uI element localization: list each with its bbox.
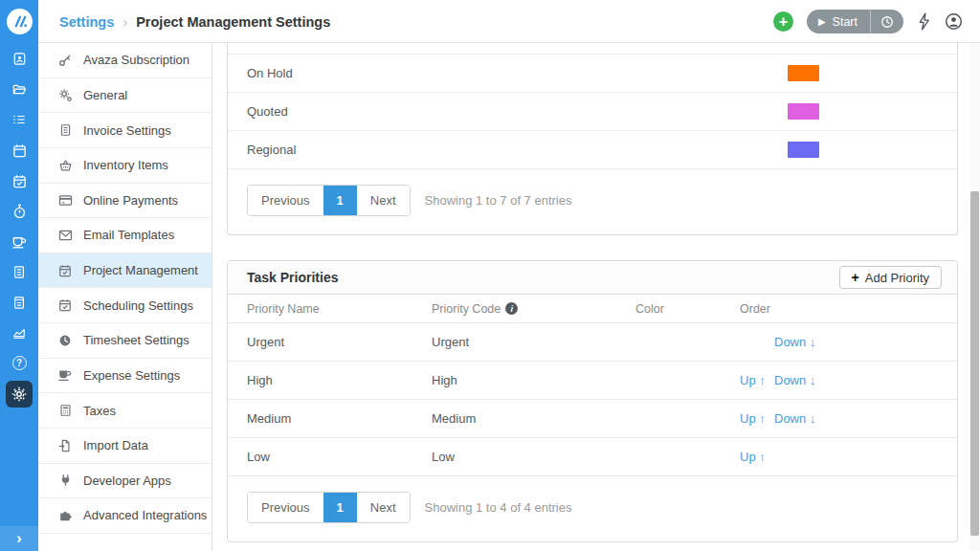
column-order: Order — [740, 302, 770, 316]
previous-page-button[interactable]: Previous — [248, 493, 323, 522]
next-page-button[interactable]: Next — [357, 186, 410, 215]
move-down-link[interactable]: Down ↓ — [774, 411, 815, 426]
sidebar-item-developer-apps[interactable]: Developer Apps — [38, 464, 212, 499]
task-priorities-panel: Task Priorities + Add Priority Priority … — [227, 260, 958, 542]
key-icon — [57, 54, 73, 67]
rail-tasks-button[interactable] — [0, 105, 38, 136]
plug-icon — [57, 474, 73, 487]
status-name: On Hold — [247, 66, 293, 80]
rail-reports-button[interactable] — [0, 318, 38, 348]
move-up-link[interactable]: Up ↑ — [740, 373, 774, 387]
sidebar-item-advanced-integrations[interactable]: Advanced Integrations — [38, 498, 212, 534]
sidebar-item-online-payments[interactable]: Online Payments — [38, 184, 212, 219]
page-number-button[interactable]: 1 — [323, 186, 357, 215]
play-icon: ▶ — [818, 17, 826, 27]
sidebar-item-invoice-settings[interactable]: Invoice Settings — [38, 113, 212, 148]
area-chart-icon — [11, 326, 27, 340]
contacts-icon — [12, 52, 27, 66]
move-up-link[interactable]: Up ↑ — [740, 411, 774, 426]
rail-expenses-button[interactable] — [0, 227, 38, 257]
sidebar-item-general[interactable]: General — [38, 78, 212, 114]
sidebar-item-timesheet-settings[interactable]: Timesheet Settings — [38, 323, 212, 359]
ledger-icon — [12, 296, 26, 310]
priority-name: High — [247, 373, 432, 387]
sidebar-item-expense-settings[interactable]: Expense Settings — [38, 359, 212, 394]
rail-estimates-button[interactable] — [0, 287, 38, 318]
sidebar-item-email-templates[interactable]: Email Templates — [38, 218, 212, 253]
page-number-button[interactable]: 1 — [323, 493, 357, 522]
sidebar-item-label: Inventory Items — [83, 158, 168, 172]
move-down-link[interactable]: Down ↓ — [774, 373, 815, 387]
rail-settings-button[interactable] — [0, 379, 38, 409]
user-menu-button[interactable] — [945, 12, 963, 31]
status-name: Quoted — [247, 104, 288, 119]
app-logo[interactable] — [0, 0, 38, 43]
move-down-link[interactable]: Down ↓ — [774, 335, 815, 349]
vertical-scrollbar[interactable] — [969, 43, 980, 551]
sidebar-item-inventory-items[interactable]: Inventory Items — [38, 148, 212, 184]
calendar-check-icon — [57, 264, 73, 277]
calendar-check-icon — [12, 174, 27, 188]
sidebar-item-taxes[interactable]: Taxes — [38, 393, 212, 429]
add-priority-button[interactable]: + Add Priority — [839, 266, 942, 289]
timer-clock-button[interactable] — [871, 15, 903, 29]
previous-page-button[interactable]: Previous — [248, 186, 323, 215]
app-window: Settings › Project Management Settings +… — [0, 0, 980, 551]
folder-open-icon — [11, 82, 27, 97]
sidebar-item-scheduling-settings[interactable]: Scheduling Settings — [38, 288, 212, 323]
column-priority-code: Priority Code — [432, 302, 501, 316]
gear-icon — [11, 386, 27, 402]
status-color-swatch[interactable] — [788, 103, 819, 120]
statuses-pagination: Previous 1 Next Showing 1 to 7 of 7 entr… — [228, 169, 957, 234]
breadcrumb-settings-link[interactable]: Settings — [59, 14, 114, 30]
status-color-swatch[interactable] — [788, 65, 819, 81]
sidebar-expand-button[interactable]: › — [0, 526, 38, 551]
rail-contacts-button[interactable] — [0, 44, 38, 75]
sidebar-item-label: General — [83, 88, 127, 102]
activity-bolt-button[interactable] — [917, 12, 931, 31]
breadcrumb: Settings › Project Management Settings — [59, 0, 330, 43]
column-priority-name: Priority Name — [247, 302, 320, 316]
plus-icon: + — [852, 271, 859, 284]
sidebar-item-project-management[interactable]: Project Management — [38, 253, 212, 289]
scrollbar-thumb[interactable] — [970, 191, 979, 536]
pagination-summary: Showing 1 to 4 of 4 entries — [425, 500, 572, 515]
sidebar-item-import-data[interactable]: Import Data — [38, 429, 212, 464]
mug-icon — [11, 234, 28, 249]
sidebar-item-avaza-subscription[interactable]: Avaza Subscription — [38, 43, 212, 78]
cutoff-table-row — [228, 43, 957, 55]
start-label: Start — [833, 15, 858, 29]
priorities-pagination: Previous 1 Next Showing 1 to 4 of 4 entr… — [228, 476, 957, 541]
cogs-icon — [57, 88, 73, 102]
rail-schedule-button[interactable] — [0, 165, 38, 196]
start-timer-button[interactable]: ▶ Start — [807, 15, 870, 29]
clock-icon — [57, 334, 73, 347]
basket-icon — [57, 159, 73, 172]
next-page-button[interactable]: Next — [357, 493, 410, 522]
rail-projects-button[interactable] — [0, 75, 38, 105]
clock-icon — [880, 15, 894, 29]
chevron-right-icon: › — [16, 530, 21, 547]
priorities-column-header: Priority Name Priority Code i Color Orde… — [228, 295, 957, 323]
status-name: Regional — [247, 143, 296, 157]
rail-invoices-button[interactable] — [0, 257, 38, 288]
avaza-logo-icon — [7, 9, 33, 34]
invoice-book-icon — [12, 265, 26, 279]
rail-help-button[interactable]: ? — [0, 348, 38, 379]
info-icon[interactable]: i — [505, 302, 518, 315]
quick-add-button[interactable]: + — [773, 11, 793, 32]
credit-card-icon — [57, 194, 73, 207]
status-color-swatch[interactable] — [788, 142, 819, 158]
header-actions: + ▶ Start — [773, 0, 963, 43]
project-statuses-panel: On Hold Quoted Regional Previous 1 Next … — [227, 43, 958, 235]
add-priority-label: Add Priority — [865, 271, 929, 285]
move-up-link[interactable]: Up ↑ — [740, 450, 774, 464]
sidebar-item-label: Timesheet Settings — [83, 333, 189, 347]
priority-code: High — [432, 373, 635, 387]
panel-title: Task Priorities — [247, 270, 338, 285]
status-row: Quoted — [228, 93, 957, 131]
status-row: On Hold — [228, 55, 957, 93]
rail-timer-button[interactable] — [0, 196, 38, 227]
sidebar-item-label: Expense Settings — [83, 368, 180, 383]
rail-calendar-button[interactable] — [0, 135, 38, 165]
